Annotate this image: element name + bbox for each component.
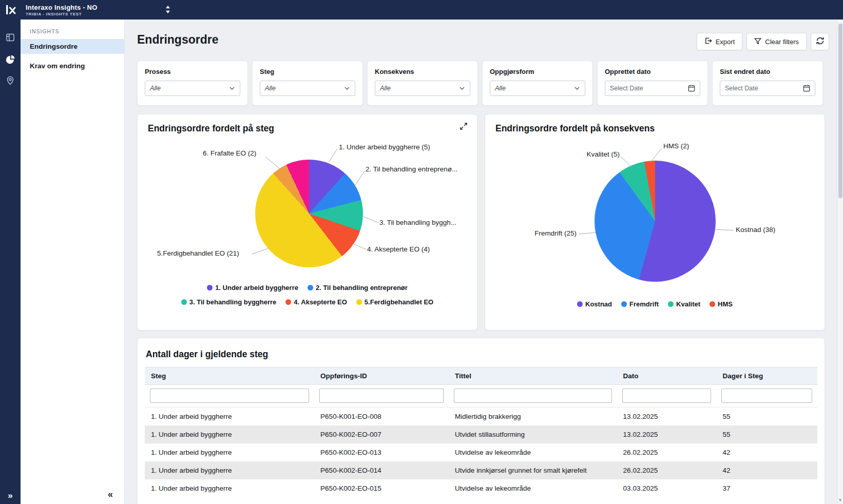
column-header[interactable]: Steg — [145, 367, 314, 385]
legend-item[interactable]: Kostnad — [577, 300, 612, 308]
select-value: Alle — [150, 85, 161, 92]
vertical-scrollbar[interactable]: ▼ — [837, 20, 843, 504]
refresh-button[interactable] — [811, 33, 829, 50]
table-cell: P650-K002-EO-014 — [314, 461, 449, 479]
sidebar-item-krav-om-endring[interactable]: Krav om endring — [21, 59, 124, 73]
table-cell: Utvidelse av lekeområde — [449, 443, 617, 461]
legend-item[interactable]: 2. Til behandling entreprenør — [308, 284, 408, 292]
table-row[interactable]: 1. Under arbeid byggherreP650-K001-EO-00… — [145, 408, 817, 426]
legend-item[interactable]: 3. Til behandling byggherre — [181, 298, 277, 306]
table-card: Antall dager i gjeldende steg StegOppfør… — [137, 338, 825, 504]
column-filter-input[interactable] — [319, 389, 444, 403]
insights-pie-icon[interactable] — [0, 48, 21, 70]
app-subtitle: TRIBIA - INSIGHTS TEST — [26, 12, 97, 16]
icon-rail: » — [0, 20, 21, 504]
export-button-label: Export — [716, 38, 735, 46]
workspace-switcher-icon[interactable] — [165, 6, 170, 15]
table-row[interactable]: 1. Under arbeid byggherreP650-K002-EO-01… — [145, 443, 817, 461]
table-cell: P650-K002-EO-013 — [314, 443, 449, 461]
filter-bar: Prosess Alle Steg Alle Konsekvens Alle O… — [137, 61, 823, 106]
konsekvens-select[interactable]: Alle — [375, 81, 470, 96]
legend-dot — [577, 301, 583, 307]
pie-chart-steg[interactable] — [255, 160, 363, 267]
table-row[interactable]: 1. Under arbeid byggherreP650-K002-EO-01… — [145, 479, 817, 497]
legend-item[interactable]: 5.Ferdigbehandlet EO — [356, 298, 433, 306]
sidebar-item-endringsordre[interactable]: Endringsordre — [21, 39, 124, 54]
filter-opprettet-dato: Opprettet dato — [597, 61, 708, 106]
column-filter-input[interactable] — [150, 389, 309, 403]
scroll-down-arrow[interactable]: ▼ — [837, 498, 843, 502]
chart-title-steg: Endringsordre fordelt på steg — [148, 123, 274, 134]
table-cell: P650-K001-EO-008 — [314, 408, 449, 426]
steg-select[interactable]: Alle — [260, 81, 355, 96]
table-cell: Utvide innkjørsel grunnet for smalt kjør… — [449, 461, 617, 479]
sist-endret-dato-field[interactable] — [720, 81, 815, 96]
export-button[interactable]: Export — [697, 33, 743, 50]
filter-sist-endret-dato: Sist endret dato — [712, 61, 823, 106]
filter-cell — [314, 385, 449, 408]
prosess-select[interactable]: Alle — [145, 81, 240, 96]
scrollbar-thumb[interactable] — [838, 24, 842, 198]
rail-expand-button[interactable]: » — [0, 491, 21, 501]
page-title: Endringsordre — [137, 33, 218, 47]
legend-item[interactable]: HMS — [710, 300, 733, 308]
legend-dot — [181, 299, 187, 305]
column-header[interactable]: Dato — [617, 367, 717, 385]
table-cell: Midlertidig brakkerigg — [449, 408, 617, 426]
clear-filters-button[interactable]: Clear filters — [746, 33, 807, 50]
legend-label: 4. Aksepterte EO — [294, 298, 347, 306]
oppgjorsform-select[interactable]: Alle — [490, 81, 585, 96]
table-cell: 42 — [716, 461, 817, 479]
sist-endret-dato-input[interactable] — [725, 85, 802, 92]
pie-callout: 4. Aksepterte EO (4) — [367, 245, 430, 253]
opprettet-dato-field[interactable] — [605, 81, 700, 96]
legend-label: 5.Ferdigbehandlet EO — [365, 298, 433, 306]
filter-oppgjorsform: Oppgjørsform Alle — [482, 61, 593, 106]
table-cell: 13.02.2025 — [617, 408, 717, 426]
legend-label: Kostnad — [585, 300, 612, 308]
opprettet-dato-input[interactable] — [610, 85, 687, 92]
pie-callout: 2. Til behandling entreprenø... — [366, 165, 457, 173]
legend-label: Kvalitet — [676, 300, 700, 308]
logo-icon — [5, 4, 16, 15]
header-actions: Export Clear filters — [697, 33, 829, 50]
column-filter-input[interactable] — [721, 389, 812, 403]
table-cell: P650-K002-EO-007 — [314, 425, 449, 443]
column-header[interactable]: Oppførings-ID — [314, 367, 449, 385]
table-cell: 26.02.2025 — [617, 443, 717, 461]
calendar-icon — [803, 85, 810, 92]
expand-chart-icon[interactable] — [459, 122, 468, 132]
chevron-down-icon — [574, 85, 580, 91]
legend-item[interactable]: Kvalitet — [668, 300, 700, 308]
chart-title-konsekvens: Endringsordre fordelt på konsekvens — [495, 123, 655, 134]
table-cell: Utvidelse av lekeområde — [449, 479, 617, 497]
filter-prosess: Prosess Alle — [137, 61, 248, 106]
table-row[interactable]: 1. Under arbeid byggherreP650-K002-EO-01… — [145, 461, 817, 479]
column-filter-input[interactable] — [622, 389, 712, 403]
top-bar: Interaxo Insights - NO TRIBIA - INSIGHTS… — [0, 0, 843, 20]
column-header[interactable]: Dager i Steg — [716, 367, 817, 385]
filter-cell — [449, 385, 617, 408]
table-row[interactable]: 1. Under arbeid byggherreP650-K002-EO-00… — [145, 425, 817, 443]
column-header[interactable]: Tittel — [449, 367, 617, 385]
legend-item[interactable]: Fremdrift — [621, 300, 659, 308]
chart-legend-konsekvens: KostnadFremdriftKvalitetHMS — [485, 300, 825, 308]
pie-callout: HMS (2) — [663, 142, 689, 150]
pie-chart-konsekvens[interactable] — [595, 161, 716, 282]
filter-label: Sist endret dato — [720, 68, 815, 75]
table-header-row: StegOppførings-IDTittelDatoDager i Steg — [145, 367, 817, 385]
app-title: Interaxo Insights - NO — [26, 4, 97, 11]
table-cell: 55 — [716, 425, 817, 443]
table-cell: 37 — [716, 479, 817, 497]
legend-item[interactable]: 4. Aksepterte EO — [285, 298, 347, 306]
pie-callout: 5.Ferdigbehandlet EO (21) — [157, 249, 239, 257]
legend-dot — [356, 299, 362, 305]
legend-item[interactable]: 1. Under arbeid byggherre — [207, 284, 298, 292]
sidebar-collapse-button[interactable]: « — [108, 489, 113, 500]
map-pin-icon[interactable] — [0, 70, 21, 91]
filter-label: Konsekvens — [375, 68, 470, 75]
filter-label: Prosess — [145, 68, 240, 75]
column-filter-input[interactable] — [454, 389, 612, 403]
board-icon[interactable] — [0, 27, 21, 48]
main-content: Endringsordre Export Clear filters — [125, 20, 837, 504]
